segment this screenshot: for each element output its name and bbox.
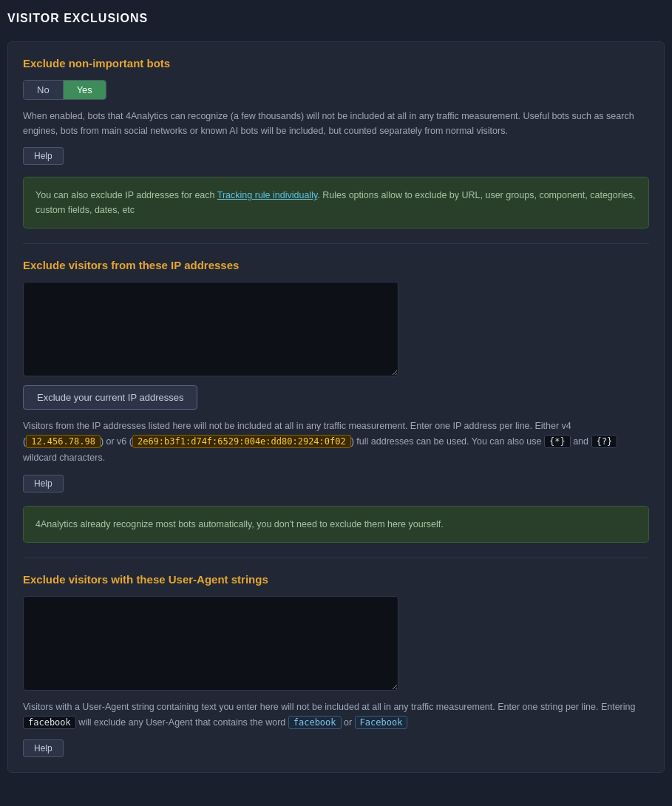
tracking-rule-info-box: You can also exclude IP addresses for ea… (23, 177, 649, 228)
toggle-yes-button[interactable]: Yes (64, 81, 106, 99)
main-card: Exclude non-important bots No Yes When e… (7, 41, 665, 773)
wildcard2: {?} (591, 435, 618, 448)
useragent-textarea[interactable] (23, 596, 398, 691)
wildcard1: {*} (544, 435, 571, 448)
bots-auto-info-box: 4Analytics already recognize most bots a… (23, 506, 649, 543)
ua-desc-or: or (342, 717, 355, 728)
ip-help-button[interactable]: Help (23, 475, 64, 492)
ip-description: Visitors from the IP addresses listed he… (23, 419, 649, 466)
ip-v4-example: 12.456.78.98 (26, 435, 101, 448)
divider-1 (23, 243, 649, 244)
divider-2 (23, 558, 649, 558)
section-bots-title: Exclude non-important bots (23, 57, 649, 70)
ua-example-input: facebook (23, 716, 76, 729)
ip-desc-part2: ) or v6 ( (101, 436, 132, 447)
section-ip: Exclude visitors from these IP addresses… (23, 259, 649, 492)
section-useragent-title: Exclude visitors with these User-Agent s… (23, 573, 649, 586)
ua-word1: facebook (288, 716, 342, 729)
ua-desc-part2: will exclude any User-Agent that contain… (76, 717, 288, 728)
page-title: VISITOR EXCLUSIONS (7, 7, 665, 30)
ua-desc-part1: Visitors with a User-Agent string contai… (23, 702, 635, 712)
ua-word2: Facebook (355, 716, 408, 729)
section-bots: Exclude non-important bots No Yes When e… (23, 57, 649, 165)
useragent-help-button[interactable]: Help (23, 739, 64, 757)
section-useragent: Exclude visitors with these User-Agent s… (23, 573, 649, 758)
ip-desc-part4: wildcard characters. (23, 453, 105, 463)
ip-v6-example: 2e69:b3f1:d74f:6529:004e:dd80:2924:0f02 (132, 435, 351, 448)
bots-auto-text: 4Analytics already recognize most bots a… (35, 519, 444, 529)
section-ip-title: Exclude visitors from these IP addresses (23, 259, 649, 271)
bots-description: When enabled, bots that 4Analytics can r… (23, 109, 649, 138)
bots-help-button[interactable]: Help (23, 147, 64, 165)
tracking-info-text-before: You can also exclude IP addresses for ea… (35, 190, 217, 200)
toggle-no-button[interactable]: No (24, 81, 64, 99)
bots-toggle-group: No Yes (23, 80, 106, 100)
tracking-rule-link[interactable]: Tracking rule individually (217, 190, 317, 200)
exclude-ip-button[interactable]: Exclude your current IP addresses (23, 385, 197, 410)
ip-desc-and: and (571, 436, 591, 447)
useragent-description: Visitors with a User-Agent string contai… (23, 700, 649, 731)
ip-desc-part3: ) full addresses can be used. You can al… (351, 436, 544, 447)
ip-addresses-textarea[interactable] (23, 282, 398, 376)
